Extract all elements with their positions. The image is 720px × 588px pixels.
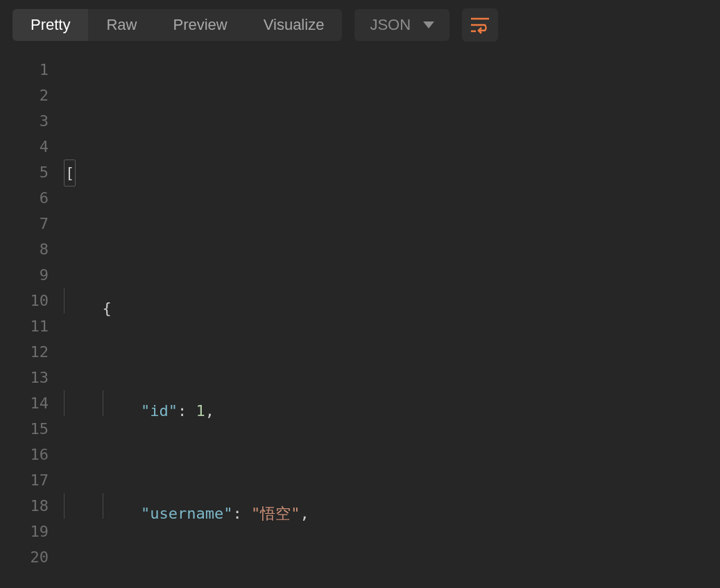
line-number: 18 — [0, 493, 49, 519]
line-number: 9 — [0, 262, 49, 288]
json-string-value: "悟空" — [251, 501, 300, 526]
line-number: 16 — [0, 442, 49, 467]
line-number-gutter: 1 2 3 4 5 6 7 8 9 10 11 12 13 14 15 16 1… — [0, 57, 64, 588]
tab-raw[interactable]: Raw — [88, 9, 155, 41]
code-line: "id": 1, — [64, 390, 563, 416]
response-body-editor[interactable]: 1 2 3 4 5 6 7 8 9 10 11 12 13 14 15 16 1… — [0, 54, 720, 588]
json-comma: , — [205, 398, 214, 424]
line-number: 13 — [0, 365, 49, 390]
format-select-label: JSON — [370, 16, 411, 34]
json-key: "id" — [141, 398, 178, 424]
json-open-brace: { — [103, 295, 112, 321]
view-tab-group: Pretty Raw Preview Visualize — [12, 9, 342, 41]
chevron-down-icon — [423, 21, 434, 28]
line-number: 11 — [0, 313, 49, 339]
line-number: 19 — [0, 519, 49, 544]
json-key: "username" — [141, 501, 232, 526]
response-toolbar: Pretty Raw Preview Visualize JSON — [0, 0, 720, 54]
line-number: 3 — [0, 108, 49, 134]
json-number-value: 1 — [196, 398, 205, 424]
line-wrap-button[interactable] — [462, 8, 498, 42]
json-colon: : — [232, 501, 251, 526]
line-number: 20 — [0, 544, 49, 570]
tab-pretty[interactable]: Pretty — [12, 9, 88, 41]
line-wrap-icon — [470, 16, 490, 34]
line-number: 1 — [0, 57, 49, 83]
code-line: "username": "悟空", — [64, 493, 563, 519]
line-number: 17 — [0, 467, 49, 493]
line-number: 8 — [0, 236, 49, 262]
tab-visualize[interactable]: Visualize — [246, 9, 343, 41]
tab-preview[interactable]: Preview — [155, 9, 245, 41]
line-number: 7 — [0, 211, 49, 236]
json-comma: , — [300, 501, 309, 526]
line-number: 5 — [0, 159, 49, 185]
line-number: 14 — [0, 390, 49, 416]
code-line: { — [64, 288, 563, 313]
line-number: 4 — [0, 134, 49, 159]
code-body[interactable]: [ { "id": 1, "username": "悟空", "createti… — [64, 57, 563, 588]
line-number: 2 — [0, 83, 49, 108]
line-number: 12 — [0, 339, 49, 365]
line-number: 6 — [0, 185, 49, 211]
json-open-bracket: [ — [64, 159, 76, 187]
code-line: [ — [64, 159, 563, 185]
format-select[interactable]: JSON — [354, 9, 449, 41]
line-number: 15 — [0, 416, 49, 442]
line-number: 10 — [0, 288, 49, 313]
json-colon: : — [178, 398, 196, 424]
